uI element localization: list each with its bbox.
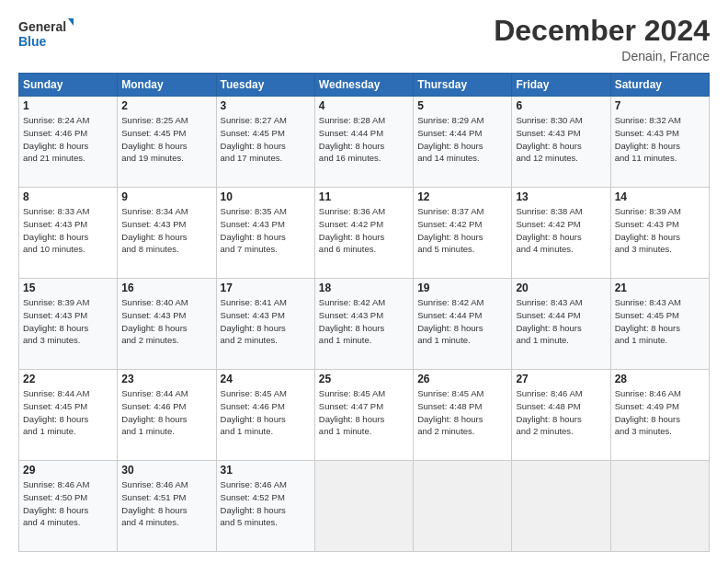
sunrise-text: Sunrise: 8:44 AM [121,387,211,400]
sunrise-text: Sunrise: 8:40 AM [121,296,211,309]
daylight-text: Daylight: 8 hours [221,140,311,153]
cell-content: Sunrise: 8:46 AMSunset: 4:51 PMDaylight:… [121,478,211,529]
calendar-day-header: Tuesday [216,74,314,97]
sunset-text: Sunset: 4:43 PM [615,127,705,140]
day-number: 24 [221,373,311,385]
cell-content: Sunrise: 8:45 AMSunset: 4:46 PMDaylight:… [221,387,311,438]
sunrise-text: Sunrise: 8:39 AM [23,296,113,309]
calendar-body: 1Sunrise: 8:24 AMSunset: 4:46 PMDaylight… [19,97,710,552]
sunrise-text: Sunrise: 8:35 AM [221,205,311,218]
daylight-text: and 2 minutes. [516,425,606,438]
day-number: 17 [221,282,311,294]
daylight-text: Daylight: 8 hours [516,322,606,335]
sunset-text: Sunset: 4:43 PM [121,218,211,231]
daylight-text: and 4 minutes. [516,243,606,256]
sunrise-text: Sunrise: 8:30 AM [516,114,606,127]
daylight-text: and 5 minutes. [221,516,311,529]
cell-content: Sunrise: 8:27 AMSunset: 4:45 PMDaylight:… [221,114,311,165]
daylight-text: and 3 minutes. [615,425,705,438]
daylight-text: and 10 minutes. [23,243,113,256]
daylight-text: and 4 minutes. [23,516,113,529]
day-number: 9 [121,190,211,203]
daylight-text: and 8 minutes. [121,243,211,256]
daylight-text: and 1 minute. [319,425,409,438]
daylight-text: Daylight: 8 hours [121,322,211,335]
day-number: 19 [417,282,507,294]
daylight-text: Daylight: 8 hours [319,322,409,335]
daylight-text: Daylight: 8 hours [516,413,606,426]
cell-content: Sunrise: 8:33 AMSunset: 4:43 PMDaylight:… [23,205,113,256]
daylight-text: Daylight: 8 hours [221,504,311,517]
sunrise-text: Sunrise: 8:46 AM [516,387,606,400]
daylight-text: Daylight: 8 hours [615,140,705,153]
calendar-header-row: SundayMondayTuesdayWednesdayThursdayFrid… [19,74,710,97]
day-number: 12 [417,190,507,203]
sunrise-text: Sunrise: 8:29 AM [417,114,507,127]
day-number: 13 [516,190,606,203]
sunrise-text: Sunrise: 8:32 AM [615,114,705,127]
daylight-text: and 5 minutes. [417,243,507,256]
daylight-text: Daylight: 8 hours [417,231,507,244]
cell-content: Sunrise: 8:25 AMSunset: 4:45 PMDaylight:… [121,114,211,165]
day-number: 5 [417,99,507,112]
sunset-text: Sunset: 4:45 PM [121,127,211,140]
daylight-text: Daylight: 8 hours [615,322,705,335]
day-number: 14 [615,190,705,203]
sunset-text: Sunset: 4:42 PM [319,218,409,231]
sunrise-text: Sunrise: 8:46 AM [221,478,311,491]
daylight-text: Daylight: 8 hours [121,231,211,244]
day-number: 29 [23,464,113,477]
cell-content: Sunrise: 8:35 AMSunset: 4:43 PMDaylight:… [221,205,311,256]
sunset-text: Sunset: 4:44 PM [417,309,507,322]
calendar-cell: 19Sunrise: 8:42 AMSunset: 4:44 PMDayligh… [414,279,512,370]
page: General Blue December 2024 Denain, Franc… [0,0,728,563]
sunset-text: Sunset: 4:42 PM [417,218,507,231]
cell-content: Sunrise: 8:46 AMSunset: 4:48 PMDaylight:… [516,387,606,438]
calendar-cell: 10Sunrise: 8:35 AMSunset: 4:43 PMDayligh… [216,188,314,279]
sunrise-text: Sunrise: 8:46 AM [615,387,705,400]
cell-content: Sunrise: 8:40 AMSunset: 4:43 PMDaylight:… [121,296,211,347]
cell-content: Sunrise: 8:39 AMSunset: 4:43 PMDaylight:… [23,296,113,347]
day-number: 26 [417,373,507,385]
sunrise-text: Sunrise: 8:37 AM [417,205,507,218]
daylight-text: Daylight: 8 hours [23,231,113,244]
calendar-day-header: Thursday [414,74,512,97]
cell-content: Sunrise: 8:46 AMSunset: 4:52 PMDaylight:… [221,478,311,529]
month-title: December 2024 [494,15,710,47]
day-number: 28 [615,373,705,385]
cell-content: Sunrise: 8:37 AMSunset: 4:42 PMDaylight:… [417,205,507,256]
daylight-text: and 6 minutes. [319,243,409,256]
daylight-text: Daylight: 8 hours [319,140,409,153]
title-area: December 2024 Denain, France [494,15,710,63]
day-number: 16 [121,282,211,294]
calendar-cell: 22Sunrise: 8:44 AMSunset: 4:45 PMDayligh… [19,370,118,461]
sunset-text: Sunset: 4:42 PM [516,218,606,231]
sunrise-text: Sunrise: 8:28 AM [319,114,409,127]
sunset-text: Sunset: 4:43 PM [23,218,113,231]
daylight-text: Daylight: 8 hours [23,140,113,153]
day-number: 30 [121,464,211,477]
daylight-text: and 1 minute. [23,425,113,438]
daylight-text: Daylight: 8 hours [23,413,113,426]
daylight-text: and 4 minutes. [121,516,211,529]
daylight-text: Daylight: 8 hours [23,322,113,335]
calendar-cell: 8Sunrise: 8:33 AMSunset: 4:43 PMDaylight… [19,188,118,279]
sunrise-text: Sunrise: 8:46 AM [121,478,211,491]
day-number: 20 [516,282,606,294]
calendar-week-row: 1Sunrise: 8:24 AMSunset: 4:46 PMDaylight… [19,97,710,188]
calendar-cell: 29Sunrise: 8:46 AMSunset: 4:50 PMDayligh… [19,461,118,552]
calendar-cell [414,461,512,552]
daylight-text: Daylight: 8 hours [417,140,507,153]
calendar-cell: 16Sunrise: 8:40 AMSunset: 4:43 PMDayligh… [118,279,216,370]
daylight-text: Daylight: 8 hours [121,413,211,426]
logo: General Blue [18,15,74,53]
cell-content: Sunrise: 8:39 AMSunset: 4:43 PMDaylight:… [615,205,705,256]
cell-content: Sunrise: 8:43 AMSunset: 4:45 PMDaylight:… [615,296,705,347]
svg-text:General: General [18,19,66,34]
sunset-text: Sunset: 4:43 PM [516,127,606,140]
sunset-text: Sunset: 4:44 PM [417,127,507,140]
sunset-text: Sunset: 4:45 PM [23,400,113,413]
sunrise-text: Sunrise: 8:34 AM [121,205,211,218]
cell-content: Sunrise: 8:45 AMSunset: 4:48 PMDaylight:… [417,387,507,438]
day-number: 6 [516,99,606,112]
